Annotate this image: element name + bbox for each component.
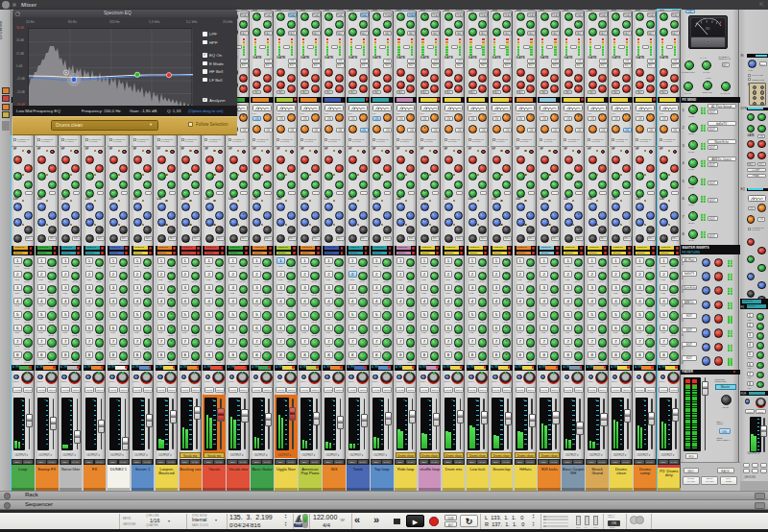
- svg-text:VU: VU: [706, 27, 709, 31]
